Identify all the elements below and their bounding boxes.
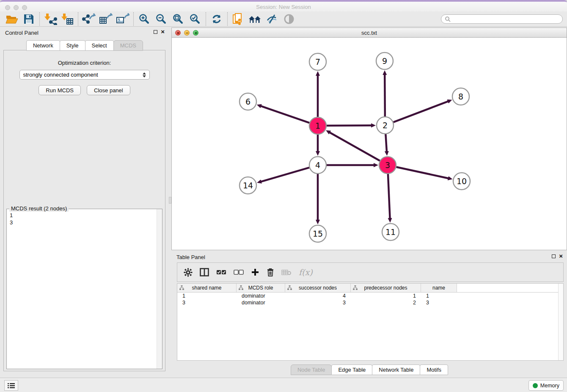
node-15[interactable]: 15 bbox=[309, 225, 326, 242]
table-scrollbar[interactable] bbox=[558, 284, 563, 360]
result-scrollbar[interactable] bbox=[157, 209, 162, 369]
tab-edge-table[interactable]: Edge Table bbox=[331, 364, 372, 375]
table-cell[interactable]: 3 bbox=[285, 299, 351, 306]
node-3[interactable]: 3 bbox=[379, 157, 396, 174]
destroy-table-icon bbox=[281, 269, 292, 276]
control-panel-title: Control Panel bbox=[5, 30, 39, 36]
node-10[interactable]: 10 bbox=[453, 173, 470, 190]
save-session-icon[interactable] bbox=[20, 12, 37, 26]
node-6[interactable]: 6 bbox=[239, 93, 256, 110]
delete-column-icon[interactable] bbox=[267, 268, 274, 277]
node-label: 2 bbox=[383, 121, 388, 130]
hierarchy-icon bbox=[287, 285, 292, 290]
export-image-icon[interactable] bbox=[114, 12, 131, 26]
table-cell[interactable]: 1 bbox=[177, 293, 237, 299]
columns-icon[interactable] bbox=[200, 268, 209, 276]
table-cell[interactable]: dominator bbox=[237, 299, 285, 306]
network-graph[interactable]: 7968124314101511 bbox=[172, 38, 567, 249]
table-row[interactable]: 3dominator323 bbox=[177, 299, 563, 306]
node-8[interactable]: 8 bbox=[452, 88, 469, 105]
node-9[interactable]: 9 bbox=[376, 52, 393, 69]
edge-3-11[interactable] bbox=[388, 174, 390, 218]
column-header-predecessor-nodes[interactable]: predecessor nodes bbox=[351, 284, 421, 292]
hierarchy-icon bbox=[353, 285, 358, 290]
deselect-all-icon[interactable] bbox=[234, 269, 244, 275]
float-table-panel-icon[interactable] bbox=[552, 254, 556, 258]
search-box[interactable] bbox=[441, 14, 563, 24]
tab-style[interactable]: Style bbox=[60, 40, 85, 51]
tab-mcds[interactable]: MCDS bbox=[113, 40, 143, 51]
node-label: 8 bbox=[458, 92, 463, 101]
column-header-name[interactable]: name bbox=[421, 284, 457, 292]
application-window: Session: New Session bbox=[0, 0, 567, 392]
table-cell[interactable]: 3 bbox=[177, 299, 237, 306]
main-toolbar bbox=[0, 11, 567, 27]
network-window-titlebar[interactable]: scc.txt bbox=[171, 28, 567, 38]
import-table-icon[interactable] bbox=[59, 12, 76, 26]
tab-select[interactable]: Select bbox=[85, 40, 114, 51]
hide-selected-icon[interactable] bbox=[264, 12, 281, 26]
zoom-in-icon[interactable] bbox=[136, 12, 153, 26]
column-header-successor-nodes[interactable]: successor nodes bbox=[285, 284, 351, 292]
add-column-icon[interactable] bbox=[251, 268, 259, 276]
tab-motifs[interactable]: Motifs bbox=[420, 364, 448, 375]
table-cell[interactable]: dominator bbox=[237, 293, 285, 299]
apply-layout-icon[interactable] bbox=[208, 12, 225, 26]
table-cell[interactable]: 2 bbox=[351, 299, 421, 306]
column-label: shared name bbox=[192, 285, 221, 291]
tab-network[interactable]: Network bbox=[26, 40, 60, 51]
close-panel-icon[interactable]: × bbox=[161, 29, 165, 34]
node-label: 14 bbox=[243, 181, 253, 190]
float-panel-icon[interactable] bbox=[154, 30, 157, 34]
edge-3-1[interactable] bbox=[330, 133, 380, 161]
criterion-select[interactable]: strongly connected component bbox=[19, 70, 150, 80]
table-cell[interactable]: 1 bbox=[351, 293, 421, 299]
first-neighbors-icon[interactable] bbox=[247, 12, 264, 26]
edge-2-3[interactable] bbox=[385, 134, 387, 152]
edge-1-2[interactable] bbox=[327, 125, 372, 126]
show-all-icon[interactable] bbox=[281, 12, 297, 26]
window-title: Session: New Session bbox=[0, 4, 567, 10]
edge-2-8[interactable] bbox=[394, 101, 448, 122]
column-header-MCDS-role[interactable]: MCDS role bbox=[237, 284, 285, 292]
task-history-button[interactable] bbox=[4, 380, 18, 391]
table-row[interactable]: 1dominator411 bbox=[177, 293, 563, 299]
table-cell[interactable]: 4 bbox=[285, 293, 351, 299]
run-mcds-button[interactable]: Run MCDS bbox=[39, 85, 81, 95]
select-all-icon[interactable] bbox=[216, 269, 226, 275]
edge-4-14[interactable] bbox=[261, 168, 309, 182]
table-cell[interactable]: 1 bbox=[421, 293, 457, 299]
import-network-icon[interactable] bbox=[42, 12, 59, 26]
node-7[interactable]: 7 bbox=[309, 53, 326, 70]
mcds-result-text[interactable]: 1 3 bbox=[7, 212, 157, 368]
node-14[interactable]: 14 bbox=[239, 177, 256, 194]
export-network-icon[interactable] bbox=[80, 12, 97, 26]
gear-icon[interactable] bbox=[184, 268, 193, 277]
edge-2-9[interactable] bbox=[385, 75, 385, 116]
table-cell[interactable]: 3 bbox=[421, 299, 457, 306]
node-11[interactable]: 11 bbox=[382, 224, 399, 240]
zoom-selected-icon[interactable] bbox=[187, 12, 204, 26]
network-canvas[interactable]: 7968124314101511 bbox=[171, 38, 567, 250]
close-table-panel-icon[interactable]: × bbox=[559, 254, 563, 259]
open-session-icon[interactable] bbox=[3, 12, 20, 26]
node-2[interactable]: 2 bbox=[377, 117, 394, 134]
edge-1-6[interactable] bbox=[261, 106, 309, 123]
node-label: 3 bbox=[385, 160, 390, 170]
node-label: 10 bbox=[457, 177, 467, 186]
search-input[interactable] bbox=[451, 15, 562, 23]
export-table-icon[interactable] bbox=[97, 12, 114, 26]
node-4[interactable]: 4 bbox=[309, 157, 326, 174]
edge-3-10[interactable] bbox=[396, 167, 449, 178]
column-header-shared-name[interactable]: shared name bbox=[177, 284, 237, 292]
control-panel-tabs: NetworkStyleSelectMCDS bbox=[0, 40, 169, 51]
tab-network-table[interactable]: Network Table bbox=[372, 364, 420, 375]
memory-button[interactable]: Memory bbox=[528, 380, 564, 391]
close-panel-button[interactable]: Close panel bbox=[87, 85, 130, 95]
tab-node-table[interactable]: Node Table bbox=[291, 364, 332, 375]
node-1[interactable]: 1 bbox=[309, 117, 326, 134]
zoom-out-icon[interactable] bbox=[153, 12, 170, 26]
new-network-from-selection-icon[interactable] bbox=[230, 12, 247, 26]
zoom-fit-icon[interactable] bbox=[170, 12, 187, 26]
mcds-result-title: MCDS result (2 nodes) bbox=[9, 205, 69, 212]
